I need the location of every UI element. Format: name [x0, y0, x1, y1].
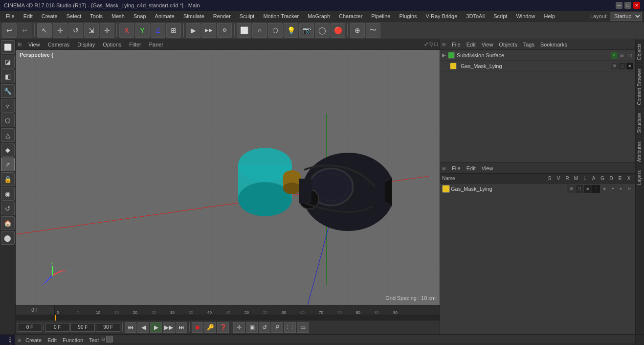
tab-attributes[interactable]: Attributes [636, 137, 644, 166]
select-mode-button[interactable]: ↖ [37, 23, 52, 38]
axis-x-button[interactable]: X [119, 23, 134, 38]
objects-tb-file[interactable]: File [450, 41, 463, 48]
sidebar-icon-rotate[interactable]: ↺ [1, 202, 15, 215]
tab-layers[interactable]: Layers [636, 166, 644, 189]
obj-ctrl-tag2[interactable]: ◻ [626, 52, 633, 59]
viewport-menu-cameras[interactable]: Cameras [46, 41, 72, 48]
timeline-toggle-button[interactable]: ▭ [297, 322, 309, 333]
menu-help[interactable]: Help [540, 12, 559, 20]
mat-icon-1[interactable]: ⊞ [567, 185, 575, 193]
viewport-menu-display[interactable]: Display [75, 41, 97, 48]
menu-animate[interactable]: Animate [151, 12, 178, 20]
viewport-menu-filter[interactable]: Filter [127, 41, 143, 48]
start-frame-input[interactable] [45, 323, 69, 332]
sidebar-icon-hex[interactable]: ⬡ [1, 114, 15, 127]
object-row-subdivision[interactable]: ▶ Subdivision Surface ✓ ⊞ ◻ [440, 50, 635, 61]
sidebar-icon-lock[interactable]: 🔒 [1, 172, 15, 186]
viewport-menu-options[interactable]: Options [101, 41, 123, 48]
viewport-3d[interactable]: Perspective { [16, 50, 440, 305]
coords-toolbar-icon[interactable] [106, 336, 113, 343]
sidebar-icon-diamond[interactable]: ◆ [1, 143, 15, 157]
layout-dropdown[interactable]: Startup [610, 12, 642, 21]
sidebar-icon-dot[interactable]: ⬤ [1, 231, 15, 245]
obj-ctrl-vis-green[interactable]: ✓ [611, 52, 618, 59]
snap-button[interactable]: ⊕ [350, 23, 365, 38]
mat-icon-8[interactable]: ⊳ [625, 185, 633, 193]
menu-window[interactable]: Window [512, 12, 539, 20]
record-button[interactable]: ⏺ [192, 322, 203, 333]
menu-mesh[interactable]: Mesh [108, 12, 129, 20]
maximize-button[interactable]: □ [624, 2, 631, 9]
motion-path-button[interactable]: P [271, 322, 283, 333]
obj-ctrl-tag1[interactable]: ⊞ [619, 52, 625, 59]
mat-thumb-function[interactable]: Function [61, 336, 85, 344]
close-button[interactable]: ✕ [633, 2, 640, 9]
objects-tb-bookmarks[interactable]: Bookmarks [538, 41, 569, 48]
viewport-maximize-icon[interactable]: □ [434, 41, 438, 47]
menu-create[interactable]: Create [38, 12, 62, 20]
rotate-button[interactable]: ↺ [68, 23, 83, 38]
redo-button[interactable]: ↩ [18, 23, 32, 38]
menu-script[interactable]: Script [489, 12, 511, 20]
viewport-collapse-icon[interactable]: ▽ [429, 41, 433, 47]
auto-key-button[interactable]: ❓ [217, 322, 229, 333]
mat-icon-2[interactable]: ◻ [576, 185, 583, 193]
obj-ctrl-gasmask-tag3[interactable]: ■ [626, 63, 633, 69]
menu-vray[interactable]: V-Ray Bridge [422, 12, 462, 20]
step-forward-button[interactable]: ▶▶ [163, 322, 175, 333]
end-frame-input[interactable] [70, 323, 95, 332]
objects-tb-tags[interactable]: Tags [521, 41, 536, 48]
viewport-menu-panel[interactable]: Panel [147, 41, 165, 48]
viewport-menu-view[interactable]: View [26, 41, 42, 48]
transform-button[interactable]: ✛ [100, 23, 114, 38]
mat-icon-3[interactable]: ■ [584, 185, 592, 193]
obj-ctrl-gasmask-tag2[interactable]: ◻ [619, 63, 625, 69]
sidebar-icon-triangle[interactable]: △ [1, 128, 15, 142]
sidebar-icon-home[interactable]: 🏠 [1, 216, 15, 230]
playhead-track[interactable] [16, 315, 440, 321]
sidebar-icon-cube[interactable]: ⬜ [1, 40, 15, 54]
all-axis-button[interactable]: ⊞ [166, 23, 181, 38]
loop-button[interactable]: ↺ [259, 322, 270, 333]
tab-objects[interactable]: Objects [636, 39, 644, 64]
light-button[interactable]: 💡 [284, 23, 298, 38]
material-row-gasmask[interactable]: Gas_Mask_Lying ⊞ ◻ ■ ⋮ ◈ ✦ ▸ ⊳ [440, 184, 635, 194]
render-region-button[interactable]: ▶ [186, 23, 200, 38]
preview-end-input[interactable] [96, 323, 120, 332]
mat-thumb-edit[interactable]: Edit [45, 336, 59, 344]
mat-icon-7[interactable]: ▸ [617, 185, 625, 193]
cube-button[interactable]: ⬜ [237, 23, 251, 38]
viewport-expand-icon[interactable]: ⤢ [424, 41, 428, 47]
objects-tb-objects[interactable]: Objects [497, 41, 519, 48]
fcurve-button[interactable]: ⋮⋮ [284, 322, 296, 333]
mat-icon-5[interactable]: ◈ [600, 185, 608, 193]
menu-file[interactable]: File [2, 12, 19, 20]
sphere-button[interactable]: ○ [252, 23, 267, 38]
move-button[interactable]: ✛ [53, 23, 67, 38]
render-settings-button[interactable]: ⚙ [217, 23, 232, 38]
materials-tb-view[interactable]: View [480, 164, 495, 172]
menu-snap[interactable]: Snap [130, 12, 150, 20]
keyframe-button[interactable]: 🔑 [204, 322, 216, 333]
sidebar-icon-texture[interactable]: 🔧 [1, 84, 15, 98]
sidebar-icon-polygon[interactable]: ◪ [1, 55, 15, 69]
menu-edit[interactable]: Edit [20, 12, 37, 20]
key-select-button[interactable]: ▣ [246, 322, 258, 333]
object-row-gasmask[interactable]: Gas_Mask_Lying ⊞ ◻ ■ [440, 61, 635, 71]
axis-y-button[interactable]: Y [135, 23, 150, 38]
scale-button[interactable]: ⇲ [84, 23, 99, 38]
render-to-po-button[interactable]: ▶▶ [201, 23, 216, 38]
obj-ctrl-gasmask-tag1[interactable]: ⊞ [611, 63, 618, 69]
menu-character[interactable]: Character [335, 12, 366, 20]
menu-plugins[interactable]: Plugins [395, 12, 421, 20]
tab-content-browser[interactable]: Content Browser [636, 64, 644, 109]
menu-mograph[interactable]: MoGraph [304, 12, 334, 20]
tab-structure[interactable]: Structure [636, 109, 644, 137]
camera-button[interactable]: 📷 [299, 23, 314, 38]
menu-motion-tracker[interactable]: Motion Tracker [259, 12, 303, 20]
timeline-track-area[interactable]: 0 5 10 15 20 25 30 35 40 45 50 55 60 65 [57, 305, 438, 315]
undo-button[interactable]: ↩ [2, 23, 17, 38]
menu-3dtoall[interactable]: 3DToAll [462, 12, 489, 20]
materials-tb-edit[interactable]: Edit [465, 164, 478, 172]
menu-pipeline[interactable]: Pipeline [367, 12, 394, 20]
